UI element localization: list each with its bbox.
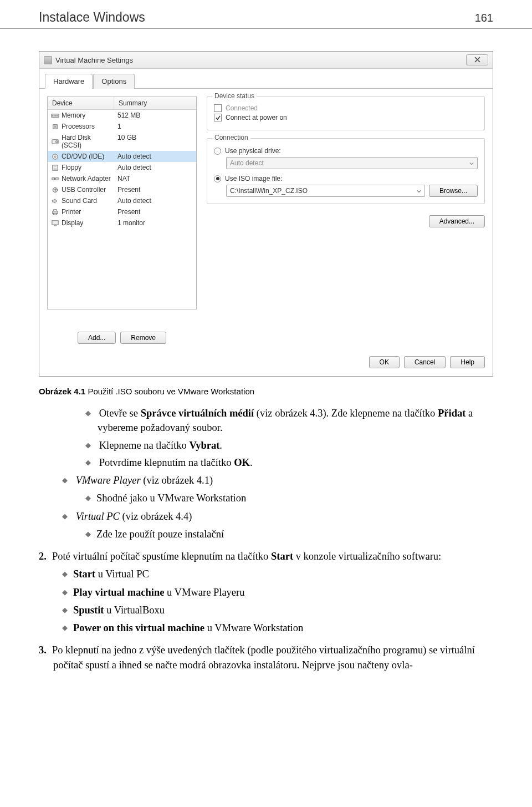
- cancel-button[interactable]: Cancel: [404, 356, 446, 368]
- svg-rect-4: [57, 115, 58, 116]
- svg-rect-12: [54, 168, 57, 170]
- svg-rect-20: [52, 220, 58, 225]
- list-item: Otevře se Správce virtuálních médií (viz…: [98, 406, 493, 435]
- col-summary[interactable]: Summary: [114, 97, 196, 109]
- svg-rect-1: [52, 115, 53, 116]
- cd-icon: [51, 153, 59, 160]
- svg-rect-15: [55, 177, 58, 180]
- caption-label: Obrázek 4.1: [39, 387, 85, 396]
- connected-checkbox[interactable]: [214, 104, 222, 112]
- device-status-group: Device status Connected Connect at power…: [207, 97, 485, 130]
- svg-rect-19: [54, 213, 57, 215]
- table-row[interactable]: Processors1: [48, 121, 196, 132]
- caption-text: Použití .ISO souboru ve VMware Workstati…: [85, 387, 254, 396]
- device-name: Printer: [62, 208, 81, 216]
- tabs: Hardware Options: [39, 69, 493, 89]
- connection-group: Connection Use physical drive: Auto dete…: [207, 138, 485, 204]
- figure-caption: Obrázek 4.1 Použití .ISO souboru ve VMwa…: [39, 387, 493, 396]
- device-summary: Auto detect: [114, 151, 196, 161]
- list-item: Power on this virtual machine u VMware W…: [74, 621, 493, 635]
- table-row[interactable]: Network AdapterNAT: [48, 173, 196, 184]
- table-row[interactable]: Memory512 MB: [48, 110, 196, 121]
- svg-rect-3: [55, 115, 57, 116]
- disk-icon: [51, 138, 59, 145]
- page-header: Instalace Windows 161: [0, 0, 532, 29]
- device-name: USB Controller: [62, 186, 106, 194]
- table-row[interactable]: CD/DVD (IDE)Auto detect: [48, 151, 196, 162]
- page-number: 161: [475, 12, 493, 24]
- table-row[interactable]: PrinterPresent: [48, 206, 196, 217]
- printer-icon: [51, 209, 59, 216]
- numbered-item-3: 3.Po klepnutí na jedno z výše uvedených …: [53, 643, 493, 672]
- list-item: VMware Player (viz obrázek 4.1): [74, 473, 493, 488]
- remove-button[interactable]: Remove: [120, 332, 166, 344]
- device-table: Device Summary Memory512 MBProcessors1Ha…: [47, 97, 197, 309]
- add-button[interactable]: Add...: [78, 332, 116, 344]
- table-row[interactable]: FloppyAuto detect: [48, 162, 196, 173]
- device-summary: Auto detect: [114, 163, 196, 172]
- connection-legend: Connection: [212, 134, 250, 141]
- device-summary: 1 monitor: [114, 218, 196, 228]
- col-device[interactable]: Device: [48, 97, 114, 109]
- table-row[interactable]: Sound CardAuto detect: [48, 195, 196, 206]
- svg-rect-13: [54, 165, 57, 166]
- memory-icon: [51, 112, 59, 119]
- svg-rect-6: [54, 125, 57, 128]
- titlebar: Virtual Machine Settings: [39, 52, 493, 69]
- device-name: Network Adapter: [62, 175, 111, 182]
- iso-path-value: C:\Install\Win_XP_CZ.ISO: [230, 187, 308, 195]
- device-name: Display: [62, 219, 83, 227]
- page-content: Virtual Machine Settings Hardware Option…: [0, 51, 532, 698]
- physical-drive-combo[interactable]: Auto detect: [226, 157, 478, 169]
- list-item: Play virtual machine u VMware Playeru: [74, 585, 493, 600]
- chevron-down-icon: [417, 187, 421, 195]
- ok-button[interactable]: OK: [369, 356, 400, 368]
- floppy-icon: [51, 164, 59, 171]
- connect-poweron-label: Connect at power on: [226, 114, 287, 121]
- chevron-down-icon: [469, 159, 474, 167]
- close-button[interactable]: [466, 54, 488, 65]
- close-icon: [474, 56, 480, 64]
- help-button[interactable]: Help: [450, 356, 485, 368]
- connect-poweron-checkbox[interactable]: [214, 114, 222, 121]
- list-item: Spustit u VirtualBoxu: [74, 603, 493, 617]
- list-item: Zde lze použít pouze instalační: [98, 527, 493, 541]
- table-row[interactable]: Display1 monitor: [48, 217, 196, 229]
- iso-path-combo[interactable]: C:\Install\Win_XP_CZ.ISO: [226, 185, 425, 197]
- device-summary: Present: [114, 207, 196, 217]
- list-item: Start u Virtual PC: [74, 567, 493, 581]
- device-name: CD/DVD (IDE): [62, 153, 104, 160]
- tab-hardware[interactable]: Hardware: [45, 74, 93, 89]
- dialog-title: Virtual Machine Settings: [55, 56, 133, 64]
- connected-label: Connected: [226, 104, 258, 112]
- vm-settings-dialog: Virtual Machine Settings Hardware Option…: [39, 51, 493, 377]
- sound-icon: [51, 197, 59, 205]
- page-header-title: Instalace Windows: [39, 10, 145, 25]
- browse-button[interactable]: Browse...: [429, 185, 478, 197]
- table-row[interactable]: USB ControllerPresent: [48, 184, 196, 195]
- device-name: Floppy: [62, 164, 81, 171]
- table-row[interactable]: Hard Disk (SCSI)10 GB: [48, 132, 196, 151]
- list-item: Virtual PC (viz obrázek 4.4): [74, 509, 493, 524]
- device-summary: 10 GB: [114, 133, 196, 150]
- use-iso-radio[interactable]: [214, 175, 221, 182]
- device-name: Sound Card: [62, 197, 97, 205]
- use-physical-radio[interactable]: [214, 148, 221, 155]
- device-name: Processors: [62, 123, 95, 130]
- advanced-button[interactable]: Advanced...: [429, 215, 485, 227]
- svg-rect-14: [52, 177, 55, 180]
- device-name: Memory: [62, 111, 85, 119]
- svg-rect-21: [54, 225, 57, 226]
- physical-drive-value: Auto detect: [230, 159, 264, 167]
- use-iso-label: Use ISO image file:: [225, 175, 282, 182]
- app-icon: [44, 56, 52, 64]
- cpu-icon: [51, 123, 59, 130]
- tab-options[interactable]: Options: [93, 74, 135, 89]
- device-summary: NAT: [114, 174, 196, 184]
- device-status-legend: Device status: [212, 92, 257, 100]
- device-summary: Present: [114, 185, 196, 195]
- numbered-item-2: 2.Poté virtuální počítač spustíme klepnu…: [53, 549, 493, 564]
- use-physical-label: Use physical drive:: [225, 147, 281, 155]
- list-item: Shodné jako u VMware Workstation: [98, 491, 493, 505]
- device-table-header: Device Summary: [48, 97, 196, 110]
